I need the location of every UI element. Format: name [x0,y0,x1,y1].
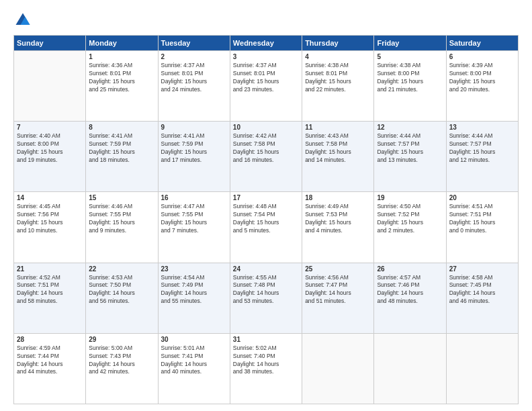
day-info: Sunrise: 4:53 AM Sunset: 7:50 PM Dayligh… [89,274,154,306]
calendar-cell: 29Sunrise: 5:00 AM Sunset: 7:43 PM Dayli… [86,333,158,404]
day-info: Sunrise: 4:59 AM Sunset: 7:44 PM Dayligh… [17,345,83,377]
calendar-cell: 30Sunrise: 5:01 AM Sunset: 7:41 PM Dayli… [158,333,230,404]
calendar-cell: 13Sunrise: 4:44 AM Sunset: 7:57 PM Dayli… [446,122,518,192]
day-number: 10 [233,124,299,131]
calendar-cell: 2Sunrise: 4:37 AM Sunset: 8:01 PM Daylig… [158,51,230,122]
day-number: 13 [449,124,515,131]
day-info: Sunrise: 5:00 AM Sunset: 7:43 PM Dayligh… [89,345,154,377]
day-number: 22 [89,265,154,273]
day-info: Sunrise: 5:01 AM Sunset: 7:41 PM Dayligh… [161,345,227,377]
day-info: Sunrise: 4:36 AM Sunset: 8:01 PM Dayligh… [89,62,154,94]
day-info: Sunrise: 4:47 AM Sunset: 7:55 PM Dayligh… [161,203,227,235]
calendar-cell: 14Sunrise: 4:45 AM Sunset: 7:56 PM Dayli… [14,192,86,263]
day-info: Sunrise: 4:49 AM Sunset: 7:53 PM Dayligh… [305,203,371,235]
day-number: 6 [449,53,515,60]
weekday-header-wednesday: Wednesday [230,36,302,51]
calendar-cell: 5Sunrise: 4:38 AM Sunset: 8:00 PM Daylig… [374,51,446,122]
calendar-cell: 24Sunrise: 4:55 AM Sunset: 7:48 PM Dayli… [230,263,302,333]
day-number: 1 [89,53,154,60]
calendar-cell [374,333,446,404]
day-info: Sunrise: 4:44 AM Sunset: 7:57 PM Dayligh… [449,132,515,165]
calendar-cell: 31Sunrise: 5:02 AM Sunset: 7:40 PM Dayli… [230,333,302,404]
calendar-cell: 7Sunrise: 4:40 AM Sunset: 8:00 PM Daylig… [14,122,86,192]
calendar-cell: 28Sunrise: 4:59 AM Sunset: 7:44 PM Dayli… [14,333,86,404]
day-info: Sunrise: 4:55 AM Sunset: 7:48 PM Dayligh… [233,274,299,306]
calendar-cell: 6Sunrise: 4:39 AM Sunset: 8:00 PM Daylig… [446,51,518,122]
day-number: 7 [17,124,83,131]
day-info: Sunrise: 4:41 AM Sunset: 7:59 PM Dayligh… [89,132,154,165]
day-info: Sunrise: 4:45 AM Sunset: 7:56 PM Dayligh… [17,203,83,235]
day-number: 9 [161,124,227,131]
calendar-cell [446,333,518,404]
day-info: Sunrise: 4:39 AM Sunset: 8:00 PM Dayligh… [449,62,515,94]
calendar-cell: 17Sunrise: 4:48 AM Sunset: 7:54 PM Dayli… [230,192,302,263]
day-info: Sunrise: 4:48 AM Sunset: 7:54 PM Dayligh… [233,203,299,235]
day-info: Sunrise: 4:56 AM Sunset: 7:47 PM Dayligh… [305,274,371,306]
calendar-cell: 27Sunrise: 4:58 AM Sunset: 7:45 PM Dayli… [446,263,518,333]
calendar-cell: 9Sunrise: 4:41 AM Sunset: 7:59 PM Daylig… [158,122,230,192]
day-number: 20 [449,194,515,201]
page: SundayMondayTuesdayWednesdayThursdayFrid… [0,0,532,411]
day-number: 15 [89,194,154,201]
day-info: Sunrise: 4:58 AM Sunset: 7:45 PM Dayligh… [449,274,515,306]
day-info: Sunrise: 4:43 AM Sunset: 7:58 PM Dayligh… [305,132,371,165]
calendar-cell [14,51,86,122]
day-number: 24 [233,265,299,273]
weekday-header-thursday: Thursday [302,36,374,51]
day-number: 23 [161,265,227,273]
day-number: 5 [377,53,443,60]
day-info: Sunrise: 4:37 AM Sunset: 8:01 PM Dayligh… [233,62,299,94]
calendar-cell: 18Sunrise: 4:49 AM Sunset: 7:53 PM Dayli… [302,192,374,263]
calendar-cell: 8Sunrise: 4:41 AM Sunset: 7:59 PM Daylig… [86,122,158,192]
day-number: 26 [377,265,443,273]
week-row-2: 14Sunrise: 4:45 AM Sunset: 7:56 PM Dayli… [14,192,519,263]
calendar-cell: 23Sunrise: 4:54 AM Sunset: 7:49 PM Dayli… [158,263,230,333]
day-info: Sunrise: 4:38 AM Sunset: 8:00 PM Dayligh… [377,62,443,94]
day-number: 16 [161,194,227,201]
weekday-header-sunday: Sunday [14,36,86,51]
week-row-4: 28Sunrise: 4:59 AM Sunset: 7:44 PM Dayli… [14,333,519,404]
day-info: Sunrise: 4:57 AM Sunset: 7:46 PM Dayligh… [377,274,443,306]
day-info: Sunrise: 4:38 AM Sunset: 8:01 PM Dayligh… [305,62,371,94]
day-info: Sunrise: 5:02 AM Sunset: 7:40 PM Dayligh… [233,345,299,377]
day-number: 11 [305,124,371,131]
day-number: 31 [233,336,299,343]
calendar-cell: 25Sunrise: 4:56 AM Sunset: 7:47 PM Dayli… [302,263,374,333]
day-number: 30 [161,336,227,343]
day-number: 12 [377,124,443,131]
weekday-header-saturday: Saturday [446,36,518,51]
day-number: 8 [89,124,154,131]
logo-icon [13,11,32,30]
day-info: Sunrise: 4:37 AM Sunset: 8:01 PM Dayligh… [161,62,227,94]
calendar-cell: 10Sunrise: 4:42 AM Sunset: 7:58 PM Dayli… [230,122,302,192]
calendar-cell: 20Sunrise: 4:51 AM Sunset: 7:51 PM Dayli… [446,192,518,263]
calendar-cell [302,333,374,404]
day-info: Sunrise: 4:42 AM Sunset: 7:58 PM Dayligh… [233,132,299,165]
calendar-cell: 15Sunrise: 4:46 AM Sunset: 7:55 PM Dayli… [86,192,158,263]
day-number: 3 [233,53,299,60]
calendar-cell: 22Sunrise: 4:53 AM Sunset: 7:50 PM Dayli… [86,263,158,333]
calendar-cell: 11Sunrise: 4:43 AM Sunset: 7:58 PM Dayli… [302,122,374,192]
calendar-table: SundayMondayTuesdayWednesdayThursdayFrid… [13,35,519,404]
day-info: Sunrise: 4:46 AM Sunset: 7:55 PM Dayligh… [89,203,154,235]
day-number: 29 [89,336,154,343]
week-row-1: 7Sunrise: 4:40 AM Sunset: 8:00 PM Daylig… [14,122,519,192]
day-number: 21 [17,265,83,273]
day-info: Sunrise: 4:40 AM Sunset: 8:00 PM Dayligh… [17,132,83,165]
day-number: 2 [161,53,227,60]
week-row-3: 21Sunrise: 4:52 AM Sunset: 7:51 PM Dayli… [14,263,519,333]
day-info: Sunrise: 4:44 AM Sunset: 7:57 PM Dayligh… [377,132,443,165]
day-number: 18 [305,194,371,201]
day-info: Sunrise: 4:54 AM Sunset: 7:49 PM Dayligh… [161,274,227,306]
weekday-header-monday: Monday [86,36,158,51]
calendar-cell: 21Sunrise: 4:52 AM Sunset: 7:51 PM Dayli… [14,263,86,333]
day-info: Sunrise: 4:51 AM Sunset: 7:51 PM Dayligh… [449,203,515,235]
calendar-cell: 12Sunrise: 4:44 AM Sunset: 7:57 PM Dayli… [374,122,446,192]
day-number: 17 [233,194,299,201]
header [13,11,519,30]
weekday-header-friday: Friday [374,36,446,51]
calendar-cell: 4Sunrise: 4:38 AM Sunset: 8:01 PM Daylig… [302,51,374,122]
logo [13,11,35,30]
day-number: 28 [17,336,83,343]
calendar-cell: 19Sunrise: 4:50 AM Sunset: 7:52 PM Dayli… [374,192,446,263]
